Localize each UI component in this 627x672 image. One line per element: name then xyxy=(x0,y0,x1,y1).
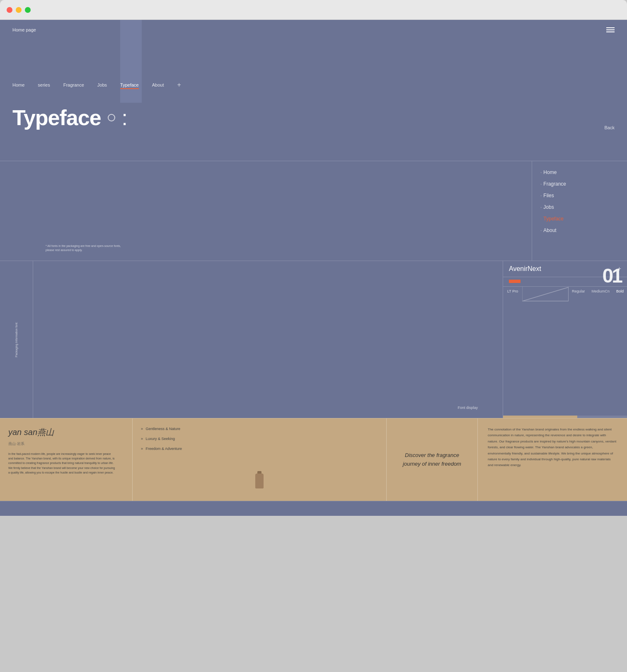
bottom-center-panel: » Gentleness & Nature » Luxury & Seeking… xyxy=(133,418,387,501)
title-circle-decoration xyxy=(108,114,115,121)
nav-item-typeface[interactable]: Typeface xyxy=(120,82,139,87)
menu-gentleness: » Gentleness & Nature xyxy=(141,427,378,431)
hamburger-line-1 xyxy=(606,27,615,28)
right-menu-item-home[interactable]: ·Home xyxy=(540,169,619,175)
middle-section: * All fonts in the packaging are free an… xyxy=(0,161,627,261)
nav-item-home[interactable]: Home xyxy=(12,82,24,87)
page-title-section: Typeface : Back xyxy=(0,93,627,134)
bottle-body xyxy=(255,474,264,488)
font-sub-bar: LT Pro Regular MediumCn Bold xyxy=(503,286,627,302)
font-number: 01 xyxy=(603,264,621,287)
font-display-label: Font display xyxy=(458,406,478,410)
homepage-label: Home page xyxy=(12,27,36,32)
right-menu-item-jobs[interactable]: ·Jobs xyxy=(540,204,619,210)
bottom-right-panel: The connotation of the Yanshan brand ori… xyxy=(478,418,627,501)
bottom-center-right-panel: Discover the fragrance journey of inner … xyxy=(387,418,478,501)
back-link[interactable]: Back xyxy=(605,125,615,130)
svg-marker-0 xyxy=(523,287,569,301)
font-section: Packaging Information font: Font display… xyxy=(0,261,627,418)
right-menu: ·Home ·Fragrance ·Files ·Jobs ·Typeface … xyxy=(532,161,627,261)
nav-item-fragrance[interactable]: Fragrance xyxy=(63,82,84,87)
brand-title: yan san燕山 xyxy=(8,427,124,438)
nav-bar: Home series Fragrance Jobs Typeface Abou… xyxy=(0,77,627,93)
hamburger-line-2 xyxy=(606,29,615,30)
brand-description: The connotation of the Yanshan brand ori… xyxy=(488,427,617,469)
menu-freedom: » Freedom & Adventure xyxy=(141,447,378,451)
right-menu-item-fragrance[interactable]: ·Fragrance xyxy=(540,181,619,187)
left-content-area: * All fonts in the packaging are free an… xyxy=(0,161,532,261)
font-left-panel: Packaging Information font: xyxy=(0,261,33,418)
right-menu-item-typeface[interactable]: ·Typeface xyxy=(540,216,619,222)
nav-item-series[interactable]: series xyxy=(38,82,50,87)
footer-bar xyxy=(0,501,627,516)
bottom-left-panel: yan san燕山 燕山·岩系 In the fast-paced modern… xyxy=(0,418,133,501)
nav-item-jobs[interactable]: Jobs xyxy=(97,82,107,87)
page-title: Typeface : xyxy=(12,105,615,130)
orange-accent-bar xyxy=(509,280,520,283)
font-name: AvenirNext xyxy=(509,265,541,273)
browser-content: Home page Home series Fragrance Jobs Typ… xyxy=(0,20,627,516)
right-menu-item-files[interactable]: ·Files xyxy=(540,193,619,198)
browser-chrome xyxy=(0,0,627,20)
font-right-panel: AvenirNext + 01 LT Pro Regular MediumCn … xyxy=(503,261,627,418)
menu-luxury: » Luxury & Seeking xyxy=(141,437,378,441)
traffic-light-yellow[interactable] xyxy=(16,7,22,13)
title-colon: : xyxy=(122,105,127,130)
page-title-word: Typeface xyxy=(12,105,101,130)
nav-plus-button[interactable]: + xyxy=(177,81,181,89)
brand-subtitle: 燕山·岩系 xyxy=(8,441,124,447)
bottle-icon-area xyxy=(141,469,378,493)
font-lt-pro[interactable]: LT Pro xyxy=(503,287,523,302)
right-menu-item-about[interactable]: ·About xyxy=(540,227,619,233)
packaging-label: Packaging Information font: xyxy=(15,322,19,357)
bottom-section: yan san燕山 燕山·岩系 In the fast-paced modern… xyxy=(0,418,627,501)
progress-bar-fill xyxy=(503,416,577,418)
discover-text: Discover the fragrance journey of inner … xyxy=(403,451,461,469)
hamburger-line-3 xyxy=(606,31,615,32)
top-bar: Home page xyxy=(0,20,627,40)
bottle-container xyxy=(255,474,264,488)
hamburger-menu-icon[interactable] xyxy=(606,27,615,32)
traffic-light-red[interactable] xyxy=(7,7,12,13)
font-center-display: Font display xyxy=(33,261,503,418)
progress-bar-container xyxy=(503,416,627,418)
top-section: Home page Home series Fragrance Jobs Typ… xyxy=(0,20,627,161)
footnote-text: * All fonts in the packaging are free an… xyxy=(46,244,121,252)
font-weight-mediumcn[interactable]: MediumCn xyxy=(588,287,613,302)
font-weight-regular[interactable]: Regular xyxy=(569,287,588,302)
brand-body-text: In the fast-paced modern life, people ar… xyxy=(8,452,116,475)
font-weight-bold[interactable]: Bold xyxy=(613,287,627,302)
font-weights: Regular MediumCn Bold xyxy=(569,287,627,302)
traffic-light-green[interactable] xyxy=(25,7,31,13)
nav-item-about[interactable]: About xyxy=(152,82,164,87)
triangle-graphic xyxy=(523,287,569,302)
